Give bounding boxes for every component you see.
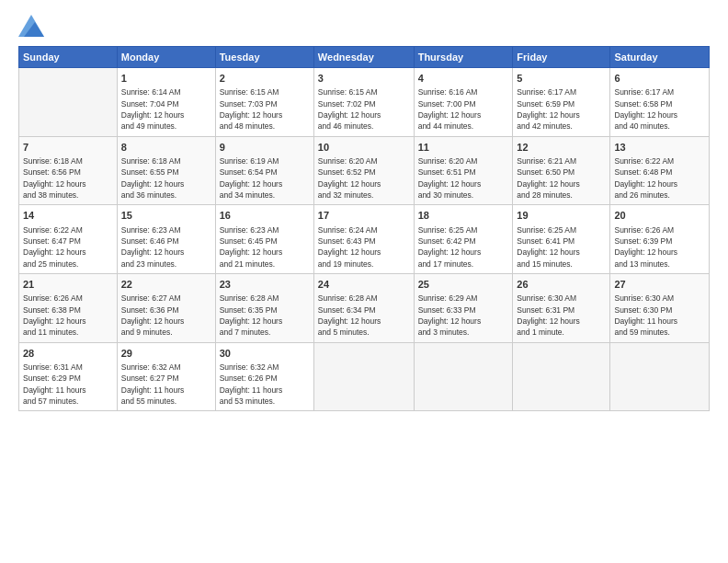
day-number: 14	[23, 209, 113, 223]
col-header-friday: Friday	[513, 47, 610, 68]
day-number: 10	[318, 141, 410, 155]
cell-content: Sunrise: 6:30 AM Sunset: 6:31 PM Dayligh…	[517, 293, 606, 338]
calendar-cell: 24Sunrise: 6:28 AM Sunset: 6:34 PM Dayli…	[313, 273, 414, 342]
header-row: SundayMondayTuesdayWednesdayThursdayFrid…	[19, 47, 710, 68]
day-number: 24	[318, 278, 410, 292]
day-number: 12	[517, 141, 606, 155]
logo-icon	[18, 15, 44, 37]
day-number: 18	[418, 209, 509, 223]
calendar-cell: 22Sunrise: 6:27 AM Sunset: 6:36 PM Dayli…	[117, 273, 215, 342]
cell-content: Sunrise: 6:19 AM Sunset: 6:54 PM Dayligh…	[220, 155, 310, 201]
day-number: 13	[614, 141, 705, 155]
calendar-cell: 17Sunrise: 6:24 AM Sunset: 6:43 PM Dayli…	[313, 205, 414, 274]
col-header-saturday: Saturday	[610, 47, 710, 68]
calendar-cell: 8Sunrise: 6:18 AM Sunset: 6:55 PM Daylig…	[117, 136, 215, 205]
day-number: 28	[23, 347, 113, 361]
cell-content: Sunrise: 6:17 AM Sunset: 6:59 PM Dayligh…	[517, 86, 606, 132]
cell-content: Sunrise: 6:32 AM Sunset: 6:26 PM Dayligh…	[220, 362, 310, 407]
calendar-cell: 28Sunrise: 6:31 AM Sunset: 6:29 PM Dayli…	[19, 342, 118, 411]
cell-content: Sunrise: 6:28 AM Sunset: 6:35 PM Dayligh…	[220, 293, 310, 338]
calendar-cell: 15Sunrise: 6:23 AM Sunset: 6:46 PM Dayli…	[117, 205, 215, 274]
calendar-cell: 25Sunrise: 6:29 AM Sunset: 6:33 PM Dayli…	[414, 273, 513, 342]
calendar-cell	[513, 342, 610, 411]
calendar-cell: 19Sunrise: 6:25 AM Sunset: 6:41 PM Dayli…	[513, 205, 610, 274]
calendar-cell: 6Sunrise: 6:17 AM Sunset: 6:58 PM Daylig…	[610, 68, 710, 137]
header	[18, 15, 710, 37]
calendar-cell	[313, 342, 414, 411]
calendar-cell: 27Sunrise: 6:30 AM Sunset: 6:30 PM Dayli…	[610, 273, 710, 342]
cell-content: Sunrise: 6:25 AM Sunset: 6:41 PM Dayligh…	[517, 224, 606, 270]
col-header-sunday: Sunday	[19, 47, 118, 68]
day-number: 25	[418, 278, 509, 292]
cell-content: Sunrise: 6:14 AM Sunset: 7:04 PM Dayligh…	[121, 86, 211, 132]
calendar-cell	[610, 342, 710, 411]
day-number: 1	[121, 72, 211, 86]
cell-content: Sunrise: 6:32 AM Sunset: 6:27 PM Dayligh…	[121, 362, 211, 407]
day-number: 30	[220, 347, 310, 361]
cell-content: Sunrise: 6:29 AM Sunset: 6:33 PM Dayligh…	[418, 293, 509, 338]
cell-content: Sunrise: 6:23 AM Sunset: 6:45 PM Dayligh…	[220, 224, 310, 270]
day-number: 4	[418, 72, 509, 86]
week-row-3: 14Sunrise: 6:22 AM Sunset: 6:47 PM Dayli…	[19, 205, 710, 274]
week-row-4: 21Sunrise: 6:26 AM Sunset: 6:38 PM Dayli…	[19, 273, 710, 342]
cell-content: Sunrise: 6:22 AM Sunset: 6:48 PM Dayligh…	[614, 155, 705, 201]
calendar-cell: 14Sunrise: 6:22 AM Sunset: 6:47 PM Dayli…	[19, 205, 118, 274]
cell-content: Sunrise: 6:31 AM Sunset: 6:29 PM Dayligh…	[23, 362, 113, 407]
cell-content: Sunrise: 6:26 AM Sunset: 6:39 PM Dayligh…	[614, 224, 705, 270]
calendar-cell: 10Sunrise: 6:20 AM Sunset: 6:52 PM Dayli…	[313, 136, 414, 205]
cell-content: Sunrise: 6:20 AM Sunset: 6:51 PM Dayligh…	[418, 155, 509, 201]
cell-content: Sunrise: 6:28 AM Sunset: 6:34 PM Dayligh…	[318, 293, 410, 338]
day-number: 8	[121, 141, 211, 155]
calendar-cell: 7Sunrise: 6:18 AM Sunset: 6:56 PM Daylig…	[19, 136, 118, 205]
day-number: 27	[614, 278, 705, 292]
page: SundayMondayTuesdayWednesdayThursdayFrid…	[0, 0, 728, 563]
calendar-cell: 2Sunrise: 6:15 AM Sunset: 7:03 PM Daylig…	[215, 68, 313, 137]
week-row-1: 1Sunrise: 6:14 AM Sunset: 7:04 PM Daylig…	[19, 68, 710, 137]
day-number: 15	[121, 209, 211, 223]
week-row-5: 28Sunrise: 6:31 AM Sunset: 6:29 PM Dayli…	[19, 342, 710, 411]
calendar-cell: 1Sunrise: 6:14 AM Sunset: 7:04 PM Daylig…	[117, 68, 215, 137]
col-header-monday: Monday	[117, 47, 215, 68]
calendar-table: SundayMondayTuesdayWednesdayThursdayFrid…	[18, 46, 710, 411]
cell-content: Sunrise: 6:27 AM Sunset: 6:36 PM Dayligh…	[121, 293, 211, 338]
calendar-cell: 4Sunrise: 6:16 AM Sunset: 7:00 PM Daylig…	[414, 68, 513, 137]
day-number: 19	[517, 209, 606, 223]
calendar-cell: 16Sunrise: 6:23 AM Sunset: 6:45 PM Dayli…	[215, 205, 313, 274]
day-number: 5	[517, 72, 606, 86]
col-header-thursday: Thursday	[414, 47, 513, 68]
day-number: 3	[318, 72, 410, 86]
day-number: 23	[220, 278, 310, 292]
calendar-cell: 18Sunrise: 6:25 AM Sunset: 6:42 PM Dayli…	[414, 205, 513, 274]
cell-content: Sunrise: 6:22 AM Sunset: 6:47 PM Dayligh…	[23, 224, 113, 270]
calendar-cell: 5Sunrise: 6:17 AM Sunset: 6:59 PM Daylig…	[513, 68, 610, 137]
calendar-cell: 11Sunrise: 6:20 AM Sunset: 6:51 PM Dayli…	[414, 136, 513, 205]
day-number: 6	[614, 72, 705, 86]
cell-content: Sunrise: 6:16 AM Sunset: 7:00 PM Dayligh…	[418, 86, 509, 132]
cell-content: Sunrise: 6:15 AM Sunset: 7:03 PM Dayligh…	[220, 86, 310, 132]
logo	[18, 15, 48, 37]
day-number: 11	[418, 141, 509, 155]
cell-content: Sunrise: 6:24 AM Sunset: 6:43 PM Dayligh…	[318, 224, 410, 270]
col-header-tuesday: Tuesday	[215, 47, 313, 68]
day-number: 17	[318, 209, 410, 223]
cell-content: Sunrise: 6:23 AM Sunset: 6:46 PM Dayligh…	[121, 224, 211, 270]
day-number: 29	[121, 347, 211, 361]
calendar-cell: 12Sunrise: 6:21 AM Sunset: 6:50 PM Dayli…	[513, 136, 610, 205]
cell-content: Sunrise: 6:17 AM Sunset: 6:58 PM Dayligh…	[614, 86, 705, 132]
calendar-cell: 13Sunrise: 6:22 AM Sunset: 6:48 PM Dayli…	[610, 136, 710, 205]
cell-content: Sunrise: 6:26 AM Sunset: 6:38 PM Dayligh…	[23, 293, 113, 338]
calendar-cell	[19, 68, 118, 137]
week-row-2: 7Sunrise: 6:18 AM Sunset: 6:56 PM Daylig…	[19, 136, 710, 205]
calendar-cell: 20Sunrise: 6:26 AM Sunset: 6:39 PM Dayli…	[610, 205, 710, 274]
cell-content: Sunrise: 6:25 AM Sunset: 6:42 PM Dayligh…	[418, 224, 509, 270]
day-number: 16	[220, 209, 310, 223]
cell-content: Sunrise: 6:20 AM Sunset: 6:52 PM Dayligh…	[318, 155, 410, 201]
cell-content: Sunrise: 6:18 AM Sunset: 6:56 PM Dayligh…	[23, 155, 113, 201]
day-number: 20	[614, 209, 705, 223]
col-header-wednesday: Wednesday	[313, 47, 414, 68]
cell-content: Sunrise: 6:21 AM Sunset: 6:50 PM Dayligh…	[517, 155, 606, 201]
day-number: 21	[23, 278, 113, 292]
day-number: 7	[23, 141, 113, 155]
cell-content: Sunrise: 6:15 AM Sunset: 7:02 PM Dayligh…	[318, 86, 410, 132]
cell-content: Sunrise: 6:18 AM Sunset: 6:55 PM Dayligh…	[121, 155, 211, 201]
